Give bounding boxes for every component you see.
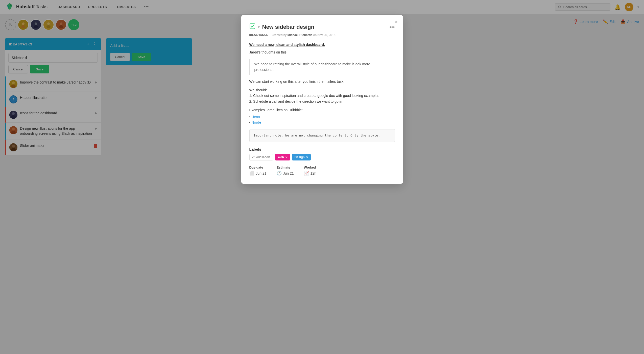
modal-link2[interactable]: Norde bbox=[251, 120, 261, 124]
modal-link1-row: • Ueno bbox=[249, 114, 395, 120]
due-date-item: Due date ⬜ Jun 21 bbox=[249, 166, 267, 176]
modal-meta: IDEAS/TASKS Created by Michael Richards … bbox=[249, 33, 395, 37]
modal-body2: We should: bbox=[249, 87, 395, 93]
due-date-label: Due date bbox=[249, 166, 267, 169]
modal-desc-link: We need a new, clean and stylish dashboa… bbox=[249, 43, 325, 47]
label-add-icon: 🏷 bbox=[252, 155, 255, 159]
estimate-label: Estimate bbox=[277, 166, 294, 169]
modal-overlay[interactable]: × ▾ New sidebar design ••• IDEAS/TASKS C… bbox=[0, 0, 644, 354]
modal-title: New sidebar design bbox=[262, 24, 387, 30]
label-design-close[interactable]: × bbox=[306, 155, 308, 159]
modal-breadcrumb: IDEAS/TASKS bbox=[249, 33, 268, 37]
estimate-item: Estimate 🕐 Jun 21 bbox=[277, 166, 294, 176]
labels-title: Labels bbox=[249, 147, 395, 151]
modal-description: We need a new, clean and stylish dashboa… bbox=[249, 42, 395, 142]
modal-body1: We can start working on this after you f… bbox=[249, 79, 395, 84]
worked-item: Worked 📈 12h bbox=[304, 166, 316, 176]
due-date-value[interactable]: ⬜ Jun 21 bbox=[249, 171, 267, 176]
add-labels-label: Add labels bbox=[256, 155, 270, 159]
modal: × ▾ New sidebar design ••• IDEAS/TASKS C… bbox=[241, 15, 403, 184]
worked-text: 12h bbox=[311, 171, 316, 175]
modal-link2-row: • Norde bbox=[249, 120, 395, 125]
label-design-text: Design bbox=[295, 155, 305, 159]
modal-check-icon bbox=[249, 23, 255, 31]
date-section: Due date ⬜ Jun 21 Estimate 🕐 Jun 21 Work… bbox=[249, 166, 395, 176]
modal-more-button[interactable]: ••• bbox=[389, 24, 395, 30]
modal-list-item2: 2. Schedule a call and decide the direct… bbox=[249, 99, 395, 104]
labels-section: Labels 🏷 Add labels Web × Design × bbox=[249, 147, 395, 160]
modal-intro: Jared's thoughts on this: bbox=[249, 49, 395, 55]
label-web-text: Web bbox=[278, 155, 284, 159]
modal-examples-intro: Examples Jared likes on Dribbble: bbox=[249, 107, 395, 113]
task-check-icon bbox=[249, 23, 255, 29]
labels-row: 🏷 Add labels Web × Design × bbox=[249, 154, 395, 160]
modal-created-by: Created by Michael Richards on Nov 26, 2… bbox=[272, 33, 336, 37]
worked-label: Worked bbox=[304, 166, 316, 169]
label-design[interactable]: Design × bbox=[292, 154, 311, 160]
modal-title-chevron[interactable]: ▾ bbox=[258, 25, 260, 29]
add-labels-button[interactable]: 🏷 Add labels bbox=[249, 154, 273, 160]
estimate-value[interactable]: 🕐 Jun 21 bbox=[277, 171, 294, 176]
worked-icon: 📈 bbox=[304, 171, 309, 176]
estimate-text: Jun 21 bbox=[283, 171, 294, 175]
estimate-icon: 🕐 bbox=[277, 171, 282, 176]
modal-blockquote: We need to rething the overall style of … bbox=[249, 59, 395, 75]
modal-code-block: Important note: We are not changing the … bbox=[249, 129, 395, 142]
modal-title-row: ▾ New sidebar design ••• bbox=[249, 23, 395, 31]
modal-list-item1: 1. Check out some inspiration and create… bbox=[249, 93, 395, 98]
due-date-icon: ⬜ bbox=[249, 171, 254, 176]
modal-link1[interactable]: Ueno bbox=[251, 115, 260, 119]
label-web-close[interactable]: × bbox=[285, 155, 288, 159]
modal-close-button[interactable]: × bbox=[395, 19, 398, 25]
worked-value[interactable]: 📈 12h bbox=[304, 171, 316, 176]
label-web[interactable]: Web × bbox=[275, 154, 290, 160]
due-date-text: Jun 21 bbox=[256, 171, 267, 175]
